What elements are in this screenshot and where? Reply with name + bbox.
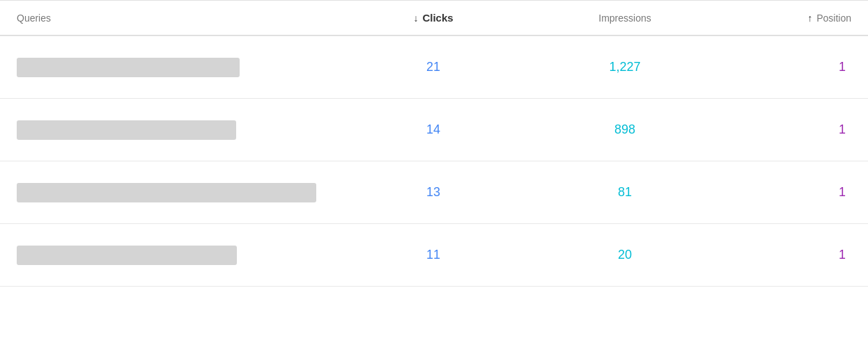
table-header: Queries ↓ Clicks Impressions ↑ Position — [0, 1, 868, 36]
clicks-header-label: Clicks — [422, 12, 453, 24]
clicks-cell: 21 — [329, 60, 538, 74]
clicks-cell: 13 — [329, 185, 538, 200]
impressions-cell: 1,227 — [538, 60, 712, 74]
clicks-cell: 11 — [329, 248, 538, 262]
query-placeholder — [17, 120, 236, 140]
queries-column-header[interactable]: Queries — [17, 13, 329, 24]
clicks-cell: 14 — [329, 122, 538, 137]
impressions-cell: 20 — [538, 248, 712, 262]
position-column-header[interactable]: ↑ Position — [712, 13, 851, 24]
impressions-cell: 898 — [538, 122, 712, 137]
position-cell: 1 — [712, 60, 851, 74]
query-cell — [17, 120, 329, 140]
impressions-cell: 81 — [538, 185, 712, 200]
search-queries-table: Queries ↓ Clicks Impressions ↑ Position … — [0, 0, 868, 287]
query-placeholder — [17, 246, 237, 265]
table-row[interactable]: 14 898 1 — [0, 99, 868, 161]
position-cell: 1 — [712, 122, 851, 137]
position-cell: 1 — [712, 185, 851, 200]
table-row[interactable]: 13 81 1 — [0, 161, 868, 224]
query-placeholder — [17, 183, 316, 202]
table-row[interactable]: 11 20 1 — [0, 224, 868, 287]
position-sort-arrow: ↑ — [807, 13, 812, 24]
table-body: 21 1,227 1 14 898 1 13 81 1 11 20 1 — [0, 36, 868, 287]
query-placeholder — [17, 58, 240, 77]
position-cell: 1 — [712, 248, 851, 262]
impressions-column-header[interactable]: Impressions — [538, 13, 712, 24]
position-header-label: Position — [816, 13, 851, 24]
clicks-sort-arrow: ↓ — [413, 13, 418, 24]
query-cell — [17, 58, 329, 77]
table-row[interactable]: 21 1,227 1 — [0, 36, 868, 99]
clicks-column-header[interactable]: ↓ Clicks — [329, 12, 538, 24]
query-cell — [17, 246, 329, 265]
query-cell — [17, 183, 329, 202]
